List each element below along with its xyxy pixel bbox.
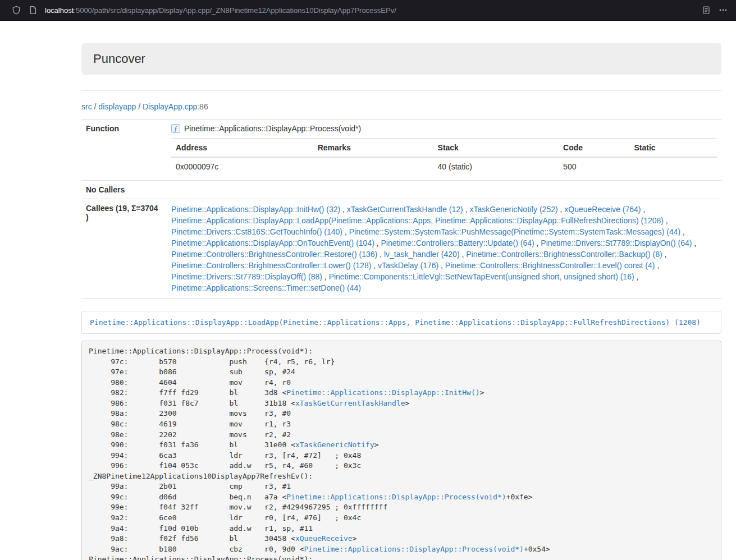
table-cell <box>313 157 433 176</box>
no-callers-label: No Callers <box>81 181 167 199</box>
no-callers-row: No Callers <box>81 181 721 199</box>
disassembly-symbol-link[interactable]: xTaskGetCurrentTaskHandle <box>295 399 405 407</box>
function-icon: ƒ <box>171 124 180 133</box>
callee-link[interactable]: Pinetime::Controllers::BrightnessControl… <box>466 250 662 259</box>
breadcrumb-link[interactable]: displayapp <box>98 102 136 111</box>
column-header: Code <box>559 139 629 158</box>
callee-link[interactable]: Pinetime::Applications::Screens::Timer::… <box>171 283 361 292</box>
callee-link[interactable]: Pinetime::Applications::DisplayApp::Load… <box>171 216 664 225</box>
function-name-line: ƒ Pinetime::Applications::DisplayApp::Pr… <box>171 124 717 133</box>
callee-link[interactable]: Pinetime::Applications::DisplayApp::OnTo… <box>171 238 374 247</box>
page-title: Puncover <box>93 52 710 66</box>
disassembly-symbol-link[interactable]: xTaskGenericNotify <box>295 440 374 449</box>
callee-link[interactable]: Pinetime::Components::LittleVgl::SetNewT… <box>329 272 634 281</box>
callees-list: Pinetime::Applications::DisplayApp::Init… <box>167 199 721 299</box>
disassembly-symbol-link[interactable]: Pinetime::Applications::DisplayApp::Proc… <box>304 545 524 553</box>
url-bar[interactable]: localhost:5000/path/src/displayapp/Displ… <box>45 6 694 15</box>
table-cell: 0x0000097c <box>171 157 313 176</box>
callee-link[interactable]: Pinetime::Controllers::Battery::Update()… <box>381 238 534 247</box>
selected-callee-panel: Pinetime::Applications::DisplayApp::Load… <box>81 311 721 334</box>
column-header: Remarks <box>313 139 433 158</box>
url-host: localhost <box>45 6 74 15</box>
reader-mode-icon[interactable] <box>701 5 711 15</box>
breadcrumb-link[interactable]: DisplayApp.cpp <box>143 102 197 111</box>
column-header: Static <box>629 139 717 158</box>
disassembly-symbol-link[interactable]: Pinetime::Applications::DisplayApp::Proc… <box>286 493 506 501</box>
page-info-icon[interactable] <box>28 5 38 15</box>
callee-link[interactable]: Pinetime::Drivers::St7789::DisplayOff() … <box>171 272 322 281</box>
overflow-menu-icon[interactable] <box>718 5 728 15</box>
callee-link[interactable]: Pinetime::Controllers::BrightnessControl… <box>171 250 377 259</box>
callee-link[interactable]: Pinetime::System::SystemTask::PushMessag… <box>349 227 681 236</box>
detail-value-row: 0x0000097c40 (static)500 <box>171 157 717 176</box>
no-callers-value <box>167 181 721 199</box>
function-row-value: ƒ Pinetime::Applications::DisplayApp::Pr… <box>167 120 721 181</box>
callees-row: Callees (19, Σ=3704 ) Pinetime::Applicat… <box>81 199 721 299</box>
divider <box>81 90 721 91</box>
table-cell: 40 (static) <box>433 157 559 176</box>
callee-link[interactable]: vTaskDelay (176) <box>378 261 438 270</box>
function-detail-table: AddressRemarksStackCodeStatic 0x0000097c… <box>171 138 717 176</box>
browser-toolbar: localhost:5000/path/src/displayapp/Displ… <box>0 0 736 21</box>
table-cell <box>629 157 717 176</box>
function-row-label: Function <box>81 120 167 181</box>
breadcrumb-link[interactable]: src <box>81 102 92 111</box>
url-path: :5000/path/src/displayapp/DisplayApp.cpp… <box>74 6 396 15</box>
callee-link[interactable]: lv_task_handler (420) <box>384 250 460 259</box>
callee-link[interactable]: Pinetime::Drivers::St7789::DisplayOn() (… <box>541 238 692 247</box>
callee-link[interactable]: Pinetime::Controllers::BrightnessControl… <box>171 261 371 270</box>
breadcrumb-separator: / <box>92 102 99 111</box>
table-cell: 500 <box>559 157 629 176</box>
callee-link[interactable]: xQueueReceive (764) <box>564 205 641 214</box>
selected-callee-link[interactable]: Pinetime::Applications::DisplayApp::Load… <box>90 318 701 327</box>
breadcrumb: src / displayapp / DisplayApp.cpp:86 <box>81 102 721 111</box>
column-header: Address <box>171 139 313 158</box>
function-table: Function ƒ Pinetime::Applications::Displ… <box>81 119 721 299</box>
column-header: Stack <box>433 139 559 158</box>
callee-link[interactable]: xTaskGenericNotify (252) <box>469 205 557 214</box>
detail-header-row: AddressRemarksStackCodeStatic <box>171 139 717 158</box>
breadcrumb-separator: / <box>136 102 143 111</box>
disassembly-symbol-link[interactable]: Pinetime::Applications::DisplayApp::Init… <box>286 388 479 397</box>
function-name: Pinetime::Applications::DisplayApp::Proc… <box>184 124 361 133</box>
url-text: localhost:5000/path/src/displayapp/Displ… <box>45 6 396 15</box>
callee-link[interactable]: Pinetime::Applications::DisplayApp::Init… <box>171 205 340 214</box>
callee-link[interactable]: Pinetime::Controllers::BrightnessControl… <box>445 261 655 270</box>
disassembly-block: Pinetime::Applications::DisplayApp::Proc… <box>81 341 721 560</box>
function-row: Function ƒ Pinetime::Applications::Displ… <box>81 120 721 181</box>
app-header: Puncover <box>81 43 721 75</box>
disassembly-symbol-link[interactable]: xQueueReceive <box>295 534 353 543</box>
callees-label: Callees (19, Σ=3704 ) <box>81 199 167 299</box>
breadcrumb-line-number: :86 <box>197 102 208 111</box>
callee-link[interactable]: Pinetime::Drivers::Cst816S::GetTouchInfo… <box>171 227 342 236</box>
shield-icon[interactable] <box>11 5 21 15</box>
callee-link[interactable]: xTaskGetCurrentTaskHandle (12) <box>347 205 463 214</box>
page-content: Puncover src / displayapp / DisplayApp.c… <box>81 43 721 560</box>
